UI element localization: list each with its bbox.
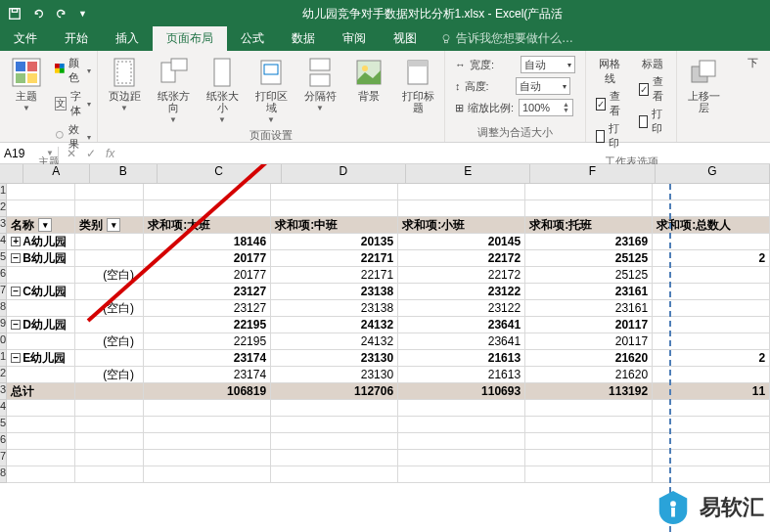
table-row: −B幼儿园201772217122172251252 (7, 250, 770, 267)
row-header[interactable]: 2 (0, 367, 7, 383)
row-header[interactable]: 6 (0, 267, 7, 284)
row-header[interactable]: 3 (0, 383, 7, 400)
svg-rect-21 (310, 59, 330, 70)
print-area-button[interactable]: 打印区域▼ (249, 55, 294, 126)
col-header-b[interactable]: B (90, 164, 158, 183)
tab-formulas[interactable]: 公式 (227, 26, 278, 51)
print-area-label: 打印区域 (252, 90, 290, 113)
collapse-icon[interactable]: − (11, 287, 21, 296)
fonts-button[interactable]: 文 字体▾ (53, 88, 93, 119)
svg-rect-8 (27, 73, 37, 83)
tell-me-label: 告诉我您想要做什么… (456, 30, 573, 47)
colors-icon (55, 64, 65, 77)
col-header-a[interactable]: A (23, 164, 91, 183)
col-header-f[interactable]: F (530, 164, 655, 183)
gridlines-print-checkbox[interactable]: 打印 (596, 121, 623, 151)
watermark-icon (655, 489, 692, 526)
gridlines-view-checkbox[interactable]: ✓查看 (596, 89, 623, 118)
tab-file[interactable]: 文件 (0, 26, 51, 51)
row-header[interactable]: 5 (0, 417, 7, 433)
collapse-icon[interactable]: − (11, 253, 21, 263)
cells[interactable]: 名称▾ 类别▾ 求和项:大班 求和项:中班 求和项:小班 求和项:托班 求和项:… (7, 184, 770, 483)
col-header-g[interactable]: G (656, 164, 770, 183)
svg-point-2 (443, 34, 449, 40)
row-header[interactable]: 4 (0, 234, 7, 250)
row-header[interactable]: 8 (0, 300, 7, 317)
header-sum-3[interactable]: 求和项:小班 (398, 217, 525, 233)
tab-home[interactable]: 开始 (51, 26, 102, 51)
collapse-icon[interactable]: − (11, 353, 21, 363)
header-sum-5[interactable]: 求和项:总数人 (653, 217, 770, 233)
confirm-icon[interactable]: ✓ (86, 147, 96, 160)
row-header[interactable]: 2 (0, 200, 7, 217)
breaks-button[interactable]: 分隔符▼ (297, 55, 342, 114)
table-row: (空白)22195241322364120117 (7, 333, 770, 350)
tab-view[interactable]: 视图 (380, 26, 430, 51)
row-header[interactable]: 4 (0, 400, 7, 417)
width-input[interactable]: 自动▾ (521, 56, 575, 73)
tab-review[interactable]: 审阅 (329, 26, 380, 51)
tell-me-search[interactable]: 告诉我您想要做什么… (430, 26, 583, 51)
size-button[interactable]: 纸张大小▼ (200, 55, 245, 126)
fx-icon[interactable]: fx (106, 147, 114, 160)
row-header[interactable]: 1 (0, 184, 7, 200)
table-row: −D幼儿园22195241322364120117 (7, 317, 770, 333)
background-button[interactable]: 背景 (346, 55, 391, 104)
row-header[interactable]: 6 (0, 433, 7, 450)
margins-button[interactable]: 页边距▼ (102, 55, 147, 114)
header-sum-4[interactable]: 求和项:托班 (525, 217, 653, 233)
row-header[interactable]: 1 (0, 350, 7, 367)
group-arrange: 上移一层 下 (677, 51, 770, 142)
background-label: 背景 (358, 90, 380, 102)
filter-icon[interactable]: ▾ (107, 218, 120, 232)
headings-view-checkbox[interactable]: ✓查看 (639, 74, 666, 104)
breaks-icon (304, 57, 336, 88)
header-category[interactable]: 类别▾ (75, 217, 144, 233)
row-header[interactable]: 9 (0, 317, 7, 333)
filter-icon[interactable]: ▾ (38, 218, 52, 232)
watermark: 易软汇 (655, 489, 764, 526)
svg-rect-22 (310, 74, 330, 86)
collapse-icon[interactable]: − (11, 320, 21, 330)
save-icon[interactable] (8, 7, 22, 21)
header-sum-2[interactable]: 求和项:中班 (271, 217, 398, 233)
headings-print-checkbox[interactable]: 打印 (639, 107, 666, 136)
expand-icon[interactable]: + (11, 237, 21, 246)
row-header[interactable]: 5 (0, 250, 7, 267)
themes-button[interactable]: 主题 ▼ (4, 55, 49, 114)
header-name[interactable]: 名称▾ (7, 217, 75, 233)
tab-insert[interactable]: 插入 (102, 26, 153, 51)
row-header[interactable]: 3 (0, 217, 7, 234)
tab-data[interactable]: 数据 (278, 26, 329, 51)
title-bar: ▼ 幼儿园竞争对手数据对比分析1.xlsx - Excel(产品活 (0, 0, 770, 27)
svg-rect-26 (408, 61, 428, 66)
redo-icon[interactable] (55, 7, 68, 21)
group-page-setup-label: 页面设置 (102, 126, 440, 145)
tab-page-layout[interactable]: 页面布局 (153, 26, 227, 51)
name-box[interactable]: A19 ▼ (0, 147, 59, 160)
col-header-c[interactable]: C (158, 164, 282, 183)
group-page-setup: 页边距▼ 纸张方向▼ 纸张大小▼ 打印区域▼ 分隔符▼ 背景 (98, 51, 445, 142)
row-header[interactable]: 8 (0, 466, 7, 483)
scale-input[interactable]: 100%▲▼ (519, 99, 573, 116)
qat-dropdown-icon[interactable]: ▼ (78, 9, 87, 19)
col-header-d[interactable]: D (282, 164, 406, 183)
height-label: 高度: (465, 79, 512, 94)
row-header[interactable]: 0 (0, 333, 7, 350)
svg-point-13 (56, 132, 63, 139)
colors-button[interactable]: 颜色▾ (53, 55, 93, 86)
row-header[interactable]: 7 (0, 450, 7, 466)
table-row: (空白)23127231382312223161 (7, 300, 770, 317)
header-sum-1[interactable]: 求和项:大班 (144, 217, 271, 233)
column-headers: A B C D E F G (0, 164, 770, 184)
orientation-button[interactable]: 纸张方向▼ (151, 55, 196, 126)
print-titles-button[interactable]: 打印标题 (395, 55, 440, 115)
undo-icon[interactable] (31, 7, 45, 21)
select-all-corner[interactable] (0, 164, 23, 183)
cancel-icon[interactable]: ✕ (67, 147, 76, 160)
send-backward-button[interactable]: 下 (730, 55, 770, 70)
height-input[interactable]: 自动▾ (516, 77, 570, 95)
bring-forward-button[interactable]: 上移一层 (681, 55, 726, 115)
row-header[interactable]: 7 (0, 284, 7, 300)
col-header-e[interactable]: E (406, 164, 530, 183)
